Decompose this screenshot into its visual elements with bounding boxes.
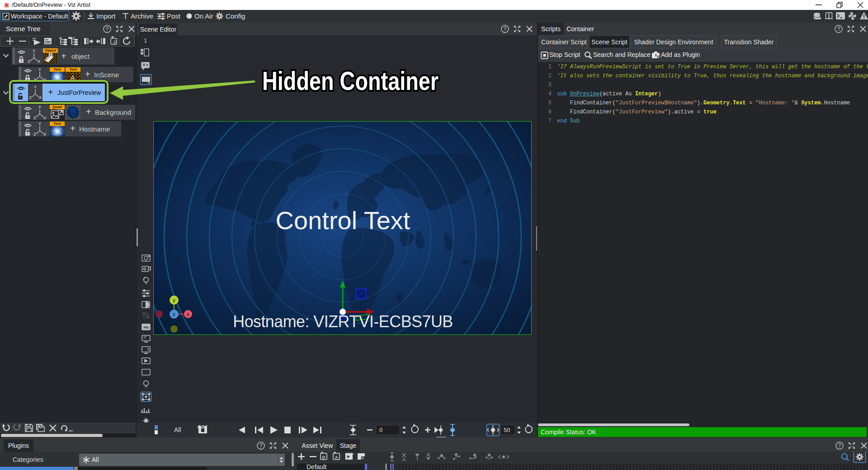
svg-text:Z: Z xyxy=(28,59,30,64)
svg-text:X: X xyxy=(38,59,40,64)
svg-text:Y: Y xyxy=(38,67,41,72)
svg-text:50: 50 xyxy=(504,427,510,433)
svg-text:HC: HC xyxy=(69,429,73,432)
svg-text:All: All xyxy=(174,426,181,433)
svg-text:Y: Y xyxy=(34,85,37,89)
svg-text:Z: Z xyxy=(29,95,32,99)
svg-text:?: ? xyxy=(106,26,109,32)
svg-text:G: G xyxy=(113,40,116,44)
svg-text:0: 0 xyxy=(379,427,382,433)
svg-text:?: ? xyxy=(837,26,840,32)
svg-text:?: ? xyxy=(838,442,841,449)
svg-text:A: A xyxy=(335,455,338,460)
svg-text:D: D xyxy=(322,455,326,460)
svg-text:?: ? xyxy=(259,442,263,449)
svg-text:HS: HS xyxy=(143,325,149,329)
svg-text:Y: Y xyxy=(33,49,35,53)
svg-text:Y: Y xyxy=(38,105,41,109)
svg-text:Z: Z xyxy=(33,116,36,120)
svg-text:X: X xyxy=(43,132,46,136)
svg-text:X: X xyxy=(43,116,46,120)
svg-text:X: X xyxy=(39,95,42,99)
svg-text:Y: Y xyxy=(38,122,41,126)
svg-text:y: y xyxy=(173,297,176,303)
svg-text:Z: Z xyxy=(33,132,36,136)
svg-text:?: ? xyxy=(504,26,507,32)
